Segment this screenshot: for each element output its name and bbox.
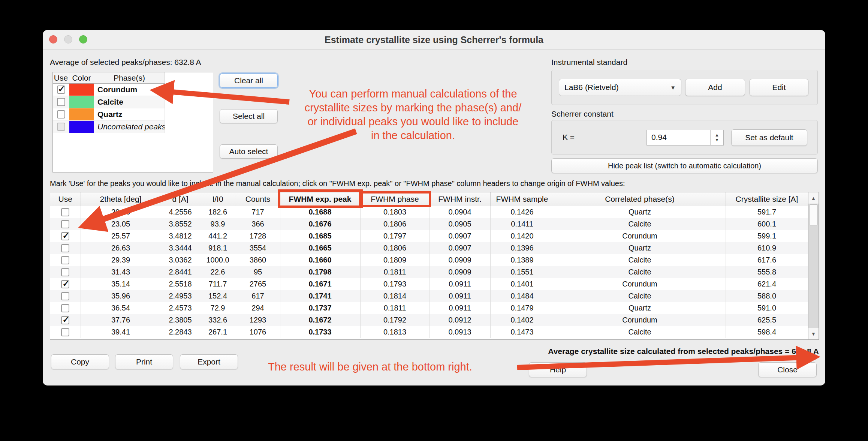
peak-row: 31.432.844122.6950.17980.18110.09090.155… bbox=[50, 266, 808, 278]
peak-cell: 0.1665 bbox=[280, 242, 360, 254]
spinner-down-icon[interactable]: ▼ bbox=[715, 138, 719, 142]
peak-cell: 588.0 bbox=[726, 290, 808, 302]
peak-cell: 617.6 bbox=[726, 254, 808, 266]
peak-cell: 3.0362 bbox=[161, 254, 200, 266]
close-button[interactable]: Close bbox=[758, 362, 817, 377]
spinner-arrows[interactable]: ▲ ▼ bbox=[710, 130, 723, 145]
peak-cell: 0.1803 bbox=[360, 206, 430, 218]
peak-cell: Corundum bbox=[554, 278, 726, 290]
window-title: Estimate crystallite size using Scherrer… bbox=[43, 30, 825, 50]
peak-row: 37.762.3805332.612930.16720.17920.09120.… bbox=[50, 314, 808, 326]
copy-button[interactable]: Copy bbox=[51, 354, 109, 369]
use-checkbox[interactable] bbox=[61, 220, 69, 228]
use-checkbox[interactable] bbox=[61, 268, 69, 276]
peak-column-header-fwhm-instr: FWHM instr. bbox=[430, 192, 490, 206]
use-checkbox[interactable] bbox=[61, 280, 69, 288]
peak-cell: 182.6 bbox=[200, 206, 236, 218]
hide-peak-list-button[interactable]: Hide peak list (switch to automatic calc… bbox=[551, 158, 818, 173]
peak-cell: 0.1809 bbox=[360, 254, 430, 266]
peak-cell: 2.4953 bbox=[161, 290, 200, 302]
peak-cell: 1293 bbox=[236, 314, 280, 326]
peak-cell: 711.7 bbox=[200, 278, 236, 290]
add-standard-button[interactable]: Add bbox=[685, 79, 745, 96]
select-all-button[interactable]: Select all bbox=[220, 109, 278, 123]
peak-cell: Calcite bbox=[554, 290, 726, 302]
peak-cell: 0.1811 bbox=[360, 302, 430, 314]
peak-cell: 23.05 bbox=[81, 218, 161, 230]
use-checkbox[interactable] bbox=[61, 292, 69, 300]
edit-standard-button[interactable]: Edit bbox=[750, 79, 808, 96]
annotation-rect-fwhm-phase bbox=[359, 191, 431, 207]
clear-all-button[interactable]: Clear all bbox=[220, 74, 278, 88]
peak-cell: 4.2556 bbox=[161, 206, 200, 218]
peak-row: 36.542.457372.92940.17370.18110.09110.14… bbox=[50, 302, 808, 314]
peak-cell: Corundum bbox=[554, 230, 726, 242]
phase-name: Quartz bbox=[94, 108, 165, 121]
dialog-window: Estimate crystallite size using Scherrer… bbox=[43, 30, 825, 386]
peak-cell: 39.41 bbox=[81, 326, 161, 338]
print-button[interactable]: Print bbox=[115, 354, 173, 369]
use-checkbox[interactable] bbox=[61, 328, 69, 336]
peak-cell: 72.9 bbox=[200, 302, 236, 314]
scherrer-constant-group: K = 0.94 ▲ ▼ Set as default bbox=[551, 120, 818, 154]
peak-cell: 3.8552 bbox=[161, 218, 200, 230]
peak-cell: 0.0905 bbox=[430, 218, 490, 230]
phase-column-header: Color bbox=[69, 72, 94, 84]
annotation-note-2: The result will be given at the bottom r… bbox=[268, 360, 472, 374]
phase-list-box: UseColorPhase(s) CorundumCalciteQuartzUn… bbox=[52, 72, 213, 172]
peak-cell: 0.1484 bbox=[490, 290, 554, 302]
peak-cell: 0.1420 bbox=[490, 230, 554, 242]
scrollbar-thumb[interactable] bbox=[809, 204, 818, 225]
peak-cell: 0.1389 bbox=[490, 254, 554, 266]
peak-cell: 0.1737 bbox=[280, 302, 360, 314]
help-button[interactable]: Help bbox=[529, 362, 587, 377]
peak-cell: Calcite bbox=[554, 266, 726, 278]
use-checkbox[interactable] bbox=[61, 304, 69, 312]
peak-cell: 0.1473 bbox=[490, 326, 554, 338]
k-label: K = bbox=[563, 133, 575, 142]
phase-use-checkbox[interactable] bbox=[57, 110, 65, 118]
use-checkbox[interactable] bbox=[61, 208, 69, 216]
titlebar: Estimate crystallite size using Scherrer… bbox=[43, 30, 825, 50]
peak-cell: 3.3444 bbox=[161, 242, 200, 254]
phase-use-checkbox[interactable] bbox=[57, 86, 65, 94]
chevron-down-icon: ▼ bbox=[670, 84, 676, 91]
peak-column-header-fwhm-sample: FWHM sample bbox=[490, 192, 554, 206]
use-checkbox[interactable] bbox=[61, 244, 69, 252]
peak-column-header-counts: Counts bbox=[236, 192, 280, 206]
peak-cell: 0.1811 bbox=[360, 266, 430, 278]
peak-cell: 0.1402 bbox=[490, 314, 554, 326]
scroll-up-icon[interactable]: ▲ bbox=[808, 192, 819, 204]
use-checkbox[interactable] bbox=[61, 232, 69, 240]
peak-cell: 26.63 bbox=[81, 242, 161, 254]
phase-name: Uncorrelated peaks bbox=[94, 121, 165, 133]
annotation-note-1: You can perform manual calculations of t… bbox=[274, 87, 552, 142]
peak-cell: 2.8441 bbox=[161, 266, 200, 278]
phase-use-checkbox[interactable] bbox=[57, 98, 65, 106]
peak-cell: Calcite bbox=[554, 326, 726, 338]
annotation-line: crystallite sizes by marking the phase(s… bbox=[274, 101, 552, 115]
set-as-default-button[interactable]: Set as default bbox=[731, 129, 807, 146]
phase-row: Quartz bbox=[53, 108, 165, 121]
peak-row: 20.864.2556182.67170.16880.18030.09040.1… bbox=[50, 206, 808, 218]
scroll-down-icon[interactable]: ▼ bbox=[808, 328, 819, 339]
export-button[interactable]: Export bbox=[180, 354, 238, 369]
peak-cell: 0.1797 bbox=[360, 230, 430, 242]
k-value-spinner[interactable]: 0.94 ▲ ▼ bbox=[647, 130, 724, 146]
table-scrollbar[interactable]: ▲ ▼ bbox=[808, 192, 819, 339]
peak-cell: 555.8 bbox=[726, 266, 808, 278]
peak-cell: 267.1 bbox=[200, 326, 236, 338]
peak-cell: 0.1813 bbox=[360, 326, 430, 338]
peak-table: Use2theta [deg]d [A]I/I0CountsFWHM exp. … bbox=[50, 192, 808, 338]
use-checkbox[interactable] bbox=[61, 316, 69, 324]
auto-select-button[interactable]: Auto select bbox=[220, 144, 278, 159]
use-checkbox[interactable] bbox=[61, 256, 69, 264]
peak-cell: 0.0912 bbox=[430, 314, 490, 326]
annotation-line: or individual peaks you would like to in… bbox=[274, 115, 552, 129]
phase-table: UseColorPhase(s) CorundumCalciteQuartzUn… bbox=[53, 72, 165, 133]
peak-cell: 0.1798 bbox=[280, 266, 360, 278]
peak-cell: 152.4 bbox=[200, 290, 236, 302]
instrumental-standard-dropdown[interactable]: LaB6 (Rietveld) ▼ bbox=[559, 79, 681, 96]
peak-cell: 1728 bbox=[236, 230, 280, 242]
k-value-input[interactable]: 0.94 bbox=[647, 130, 710, 145]
